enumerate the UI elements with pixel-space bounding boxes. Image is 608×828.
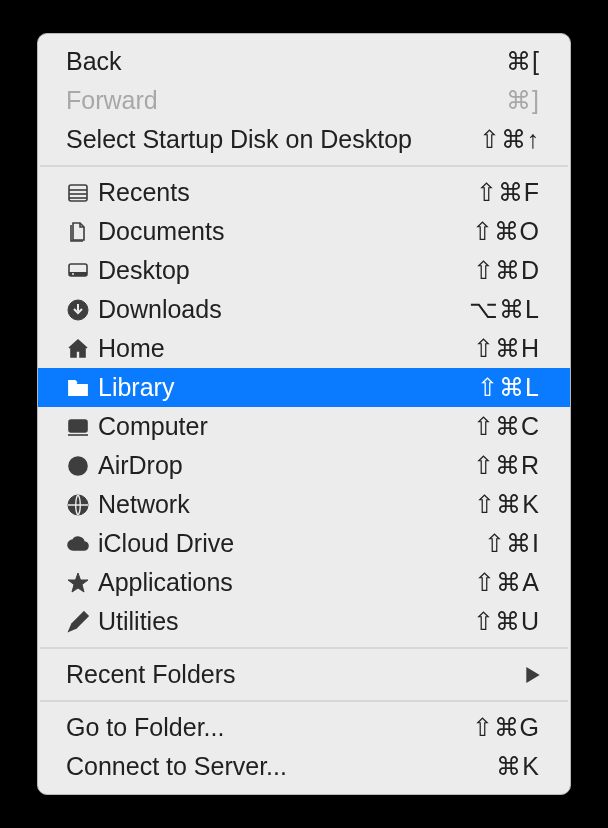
menu-item-select-startup-disk[interactable]: Select Startup Disk on Desktop ⇧⌘↑: [38, 120, 570, 159]
shortcut: ⇧⌘H: [473, 334, 540, 363]
separator: [40, 165, 568, 167]
menu-item-documents[interactable]: Documents ⇧⌘O: [38, 212, 570, 251]
menu-item-network[interactable]: Network ⇧⌘K: [38, 485, 570, 524]
label: Recents: [98, 178, 476, 207]
menu-item-home[interactable]: Home ⇧⌘H: [38, 329, 570, 368]
shortcut: ⇧⌘R: [473, 451, 540, 480]
home-icon: [66, 337, 98, 361]
utilities-icon: [66, 610, 98, 634]
svg-rect-8: [69, 420, 87, 432]
label: iCloud Drive: [98, 529, 484, 558]
menu-item-applications[interactable]: Applications ⇧⌘A: [38, 563, 570, 602]
shortcut: ⇧⌘U: [473, 607, 540, 636]
shortcut: ⇧⌘C: [473, 412, 540, 441]
label: Back: [66, 47, 506, 76]
computer-icon: [66, 415, 98, 439]
label: Computer: [98, 412, 473, 441]
menu-item-library[interactable]: Library ⇧⌘L: [38, 368, 570, 407]
shortcut: ⇧⌘↑: [479, 125, 541, 154]
label: Utilities: [98, 607, 473, 636]
menu-item-forward: Forward ⌘]: [38, 81, 570, 120]
shortcut: ⌘K: [496, 752, 540, 781]
menu-item-connect-to-server[interactable]: Connect to Server... ⌘K: [38, 747, 570, 786]
shortcut: ⇧⌘A: [474, 568, 540, 597]
menu-item-recent-folders[interactable]: Recent Folders: [38, 655, 570, 694]
shortcut: ⇧⌘G: [472, 713, 540, 742]
menu-item-utilities[interactable]: Utilities ⇧⌘U: [38, 602, 570, 641]
menu-item-airdrop[interactable]: AirDrop ⇧⌘R: [38, 446, 570, 485]
menu-item-icloud-drive[interactable]: iCloud Drive ⇧⌘I: [38, 524, 570, 563]
menu-item-downloads[interactable]: Downloads ⌥⌘L: [38, 290, 570, 329]
library-icon: [66, 376, 98, 400]
label: Home: [98, 334, 473, 363]
applications-icon: [66, 571, 98, 595]
menu-item-recents[interactable]: Recents ⇧⌘F: [38, 173, 570, 212]
menu-item-desktop[interactable]: Desktop ⇧⌘D: [38, 251, 570, 290]
label: Go to Folder...: [66, 713, 472, 742]
label: Recent Folders: [66, 660, 526, 689]
submenu-arrow-icon: [526, 667, 540, 683]
downloads-icon: [66, 298, 98, 322]
shortcut: ⌘[: [506, 47, 540, 76]
label: Downloads: [98, 295, 469, 324]
shortcut: ⇧⌘L: [477, 373, 540, 402]
shortcut: ⇧⌘D: [473, 256, 540, 285]
svg-rect-5: [69, 272, 87, 276]
menu-item-computer[interactable]: Computer ⇧⌘C: [38, 407, 570, 446]
separator: [40, 700, 568, 702]
label: AirDrop: [98, 451, 473, 480]
menu-item-back[interactable]: Back ⌘[: [38, 42, 570, 81]
shortcut: ⇧⌘K: [474, 490, 540, 519]
shortcut: ⇧⌘O: [472, 217, 540, 246]
documents-icon: [66, 220, 98, 244]
label: Network: [98, 490, 474, 519]
recents-icon: [66, 181, 98, 205]
shortcut: ⌥⌘L: [469, 295, 540, 324]
label: Forward: [66, 86, 506, 115]
separator: [40, 647, 568, 649]
shortcut: ⇧⌘F: [476, 178, 540, 207]
go-menu[interactable]: Back ⌘[ Forward ⌘] Select Startup Disk o…: [37, 33, 571, 795]
menu-item-go-to-folder[interactable]: Go to Folder... ⇧⌘G: [38, 708, 570, 747]
airdrop-icon: [66, 454, 98, 478]
label: Desktop: [98, 256, 473, 285]
shortcut: ⇧⌘I: [484, 529, 540, 558]
label: Connect to Server...: [66, 752, 496, 781]
desktop-icon: [66, 259, 98, 283]
label: Library: [98, 373, 477, 402]
label: Applications: [98, 568, 474, 597]
svg-point-12: [69, 457, 87, 475]
shortcut: ⌘]: [506, 86, 540, 115]
label: Select Startup Disk on Desktop: [66, 125, 479, 154]
icloud-icon: [66, 532, 98, 556]
network-icon: [66, 493, 98, 517]
label: Documents: [98, 217, 472, 246]
